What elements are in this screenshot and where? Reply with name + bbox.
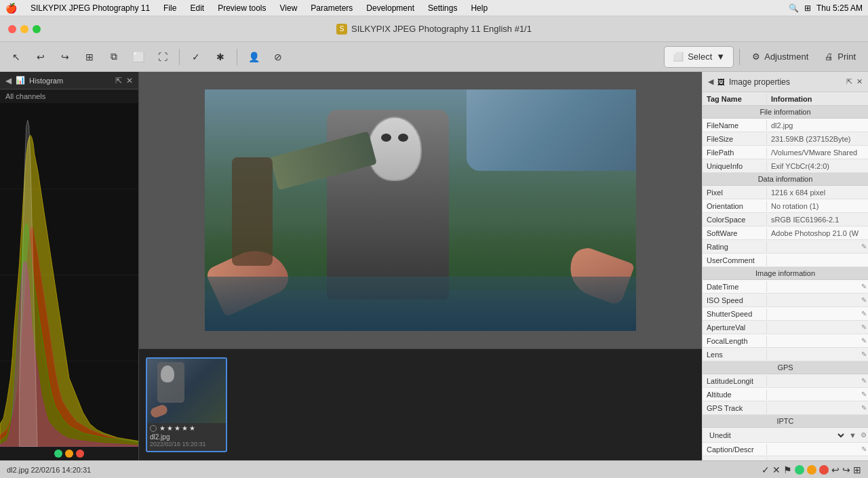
altitude-edit-button[interactable]: ✎ [860, 391, 868, 398]
datetime-label: DateTime [703, 281, 767, 292]
histogram-close-button[interactable]: ✕ [126, 76, 133, 85]
redo-button[interactable]: ↪ [54, 46, 76, 68]
isospeed-edit-button[interactable]: ✎ [860, 296, 868, 304]
colorspace-row: ColorSpace sRGB IEC61966-2.1 [703, 213, 868, 226]
orientation-row: Orientation No rotation (1) [703, 199, 868, 213]
filter-button[interactable]: ⊘ [267, 46, 289, 68]
histogram-chart [0, 103, 138, 447]
menubar-preview-tools[interactable]: Preview tools [215, 2, 269, 14]
close-button[interactable] [8, 25, 16, 33]
gpstrack-value [767, 407, 860, 410]
apple-menu[interactable]: 🍎 [5, 3, 17, 14]
statusbar-text: dl2.jpg 22/02/16 14:20:31 [7, 466, 91, 474]
shutterspeed-edit-button[interactable]: ✎ [860, 310, 868, 317]
status-green-dot[interactable] [795, 465, 804, 475]
adjustment-button[interactable]: ⚙ Adjustment [745, 46, 815, 68]
status-flag-button[interactable]: ⚑ [783, 464, 792, 475]
minimize-button[interactable] [20, 25, 28, 33]
latitude-row: LatitudeLongit ✎ [703, 374, 868, 388]
iptc-dropdown-icon: ▼ [846, 430, 859, 441]
select-icon: ⬜ [673, 52, 684, 62]
isospeed-row: ISO Speed ✎ [703, 294, 868, 307]
compare-button[interactable]: ⧉ [103, 46, 125, 68]
filmstrip-item-0[interactable]: ★ ★ ★ ★ ★ dl2.jpg 2022/02/16 15:20:31 [146, 357, 227, 452]
search-icon[interactable]: 🔍 [789, 3, 799, 13]
menubar-settings[interactable]: Settings [425, 2, 460, 14]
star-1: ★ [159, 424, 165, 432]
gpstrack-edit-button[interactable]: ✎ [860, 404, 868, 412]
stamp-button[interactable]: ✱ [210, 46, 231, 68]
props-column-headers: Tag Name Information [703, 92, 868, 106]
software-row: SoftWare Adobe Photoshop 21.0 (W [703, 226, 868, 240]
person-button[interactable]: 👤 [243, 46, 264, 68]
menubar-edit[interactable]: Edit [187, 2, 207, 14]
adjustment-label: Adjustment [764, 52, 808, 62]
grid-view-button[interactable]: ⊞ [79, 46, 100, 68]
rating-value [767, 245, 860, 248]
pixel-value: 1216 x 684 pixel [767, 187, 868, 198]
software-label: SoftWare [703, 228, 767, 239]
undo-button[interactable]: ↩ [30, 46, 52, 68]
status-undo-button[interactable]: ↩ [831, 464, 840, 475]
status-redo-button[interactable]: ↪ [842, 464, 850, 475]
preview-area[interactable] [139, 72, 702, 348]
fullscreen-button[interactable]: ⛶ [152, 46, 174, 68]
lens-edit-button[interactable]: ✎ [860, 351, 868, 358]
histogram-expand-button[interactable]: ⇱ [115, 76, 122, 85]
select-chevron: ▼ [716, 52, 725, 62]
shutterspeed-value [767, 313, 860, 315]
status-check-button[interactable]: ✓ [762, 464, 770, 475]
histogram-channel-label: All channels [0, 89, 138, 103]
separator-3 [739, 49, 740, 65]
menubar-app-name[interactable]: SILKYPIX JPEG Photography 11 [28, 2, 153, 14]
writer-edit-button[interactable]: ✎ [860, 459, 868, 460]
iptc-settings-button[interactable]: ⚙ [859, 431, 868, 439]
usercomment-value [767, 259, 868, 262]
uniqueinfo-value: Exif YCbCr(4:2:0) [767, 161, 868, 172]
cursor-tool-button[interactable]: ↖ [5, 46, 27, 68]
iptc-select-row[interactable]: Unedit ▼ ⚙ [703, 428, 868, 443]
image-info-section: Image information [703, 267, 868, 280]
green-dot[interactable] [54, 450, 62, 458]
properties-expand-button[interactable]: ⇱ [846, 77, 852, 86]
tag-name-header: Tag Name [703, 94, 767, 104]
menubar-development[interactable]: Development [363, 2, 417, 14]
control-strip-icon[interactable]: ⊞ [804, 3, 811, 13]
properties-close-button[interactable]: ✕ [856, 77, 863, 86]
filmstrip[interactable]: ★ ★ ★ ★ ★ dl2.jpg 2022/02/16 15:20:31 [139, 348, 702, 460]
single-view-button[interactable]: ⬜ [127, 46, 149, 68]
print-button[interactable]: 🖨 Print [818, 46, 863, 68]
menubar-view[interactable]: View [277, 2, 300, 14]
focallength-row: FocalLength ✎ [703, 334, 868, 348]
caption-edit-button[interactable]: ✎ [860, 445, 868, 453]
iptc-dropdown[interactable]: Unedit [703, 429, 846, 441]
status-cancel-button[interactable]: ✕ [772, 464, 781, 475]
lens-label: Lens [703, 349, 767, 360]
status-yellow-dot[interactable] [807, 465, 816, 475]
menubar-parameters[interactable]: Parameters [308, 2, 355, 14]
status-red-dot[interactable] [819, 465, 829, 475]
rating-edit-button[interactable]: ✎ [860, 243, 868, 250]
filesize-row: FileSize 231.59KB (237152Byte) [703, 132, 868, 146]
datetime-edit-button[interactable]: ✎ [860, 283, 868, 290]
apertureval-edit-button[interactable]: ✎ [860, 323, 868, 331]
status-grid-button[interactable]: ⊞ [853, 464, 861, 475]
pixel-label: Pixel [703, 187, 767, 198]
scene-mask-eye-left [381, 134, 391, 142]
properties-prev-button[interactable]: ◀ [708, 77, 713, 86]
shutterspeed-label: ShutterSpeed [703, 308, 767, 319]
checkmark-button[interactable]: ✓ [185, 46, 207, 68]
histogram-prev-button[interactable]: ◀ [5, 76, 12, 85]
gps-section: GPS [703, 361, 868, 374]
red-dot[interactable] [76, 450, 84, 458]
focallength-edit-button[interactable]: ✎ [860, 337, 868, 344]
select-button[interactable]: ⬜ Select ▼ [664, 46, 734, 68]
orientation-label: Orientation [703, 201, 767, 212]
menubar-file[interactable]: File [161, 2, 179, 14]
app-icon: S [336, 24, 347, 35]
latitude-edit-button[interactable]: ✎ [860, 377, 868, 384]
maximize-button[interactable] [33, 25, 41, 33]
star-5: ★ [189, 424, 195, 432]
menubar-help[interactable]: Help [468, 2, 490, 14]
orange-dot[interactable] [65, 450, 73, 458]
